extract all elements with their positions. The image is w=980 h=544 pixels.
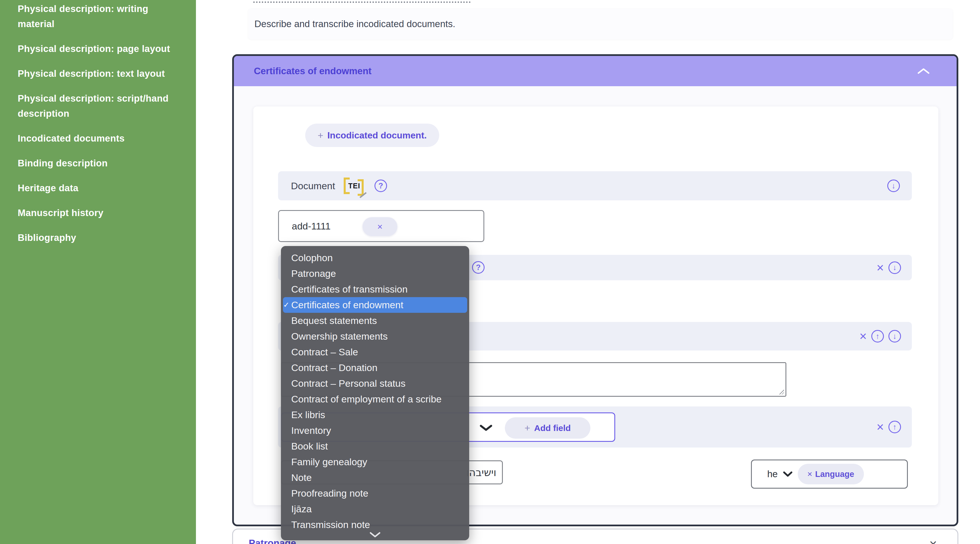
tei-icon[interactable]: TEI <box>344 177 366 195</box>
remove-field-icon[interactable]: × <box>877 262 884 274</box>
sidebar-item[interactable]: Physical description: page layout <box>18 41 184 56</box>
plus-icon: + <box>525 423 530 434</box>
plus-icon: + <box>318 130 323 141</box>
scroll-down-icon[interactable] <box>369 532 381 538</box>
dropdown-option-label: Transmission note <box>291 519 370 530</box>
dropdown-option-label: Contract – Personal status <box>291 378 406 389</box>
dropdown-option[interactable]: Colophon <box>281 250 469 266</box>
language-code: he <box>767 469 778 480</box>
section-title: Certificates of endowment <box>254 65 372 77</box>
add-incodicated-document-button[interactable]: + Incodicated document. <box>305 124 439 147</box>
dropdown-option-label: Patronage <box>291 268 336 279</box>
remove-field-icon[interactable]: × <box>859 330 867 343</box>
sidebar-item[interactable]: Binding description <box>18 156 184 171</box>
help-icon[interactable]: ? <box>374 180 387 192</box>
dropdown-option[interactable]: Bequest statements <box>281 313 469 329</box>
section-header[interactable]: Certificates of endowment <box>234 56 957 86</box>
chevron-up-icon[interactable] <box>917 67 931 75</box>
sidebar-item[interactable]: Bibliography <box>18 230 184 245</box>
sidebar-item[interactable]: Physical description: text layout <box>18 66 184 81</box>
move-down-icon[interactable]: ↓ <box>887 180 900 192</box>
move-up-icon[interactable]: ↑ <box>888 421 901 433</box>
dropdown-option[interactable]: Contract – Sale <box>281 344 469 360</box>
document-label: Document <box>291 180 335 191</box>
dropdown-option[interactable]: Inventory <box>281 423 469 439</box>
document-type-dropdown: Colophon Patronage Certificates of trans… <box>281 246 469 540</box>
move-down-icon[interactable]: ↓ <box>888 330 901 343</box>
dropdown-option-label: Family genealogy <box>291 456 367 467</box>
dropdown-option-label: Note <box>291 472 312 483</box>
dropdown-option-label: Ex libris <box>291 409 325 420</box>
dropdown-option-label: Bequest statements <box>291 315 377 326</box>
dropdown-option-label: Ownership statements <box>291 331 388 342</box>
document-field-header: Document TEI ? ↓ <box>278 171 912 200</box>
dropdown-option-label: Contract – Sale <box>291 346 358 357</box>
sidebar-item[interactable]: Manuscript history <box>18 205 184 220</box>
dropdown-option[interactable]: Ownership statements <box>281 329 469 344</box>
dropdown-option-label: Contract of employment of a scribe <box>291 394 442 405</box>
dropdown-option[interactable]: Contract of employment of a scribe <box>281 391 469 407</box>
sidebar-item[interactable]: Heritage data <box>18 180 184 196</box>
add-field-button[interactable]: + Add field <box>505 417 590 439</box>
sidebar-item[interactable]: Physical description: writing material <box>18 1 184 31</box>
dropdown-option-label: Colophon <box>291 252 333 263</box>
dropdown-option[interactable]: Transmission note <box>281 517 469 533</box>
language-select[interactable]: he × Language <box>751 459 908 489</box>
dropdown-option-label: Inventory <box>291 425 331 436</box>
dropdown-option-label: Certificates of endowment <box>291 299 403 311</box>
dropdown-option[interactable]: ✓ Certificates of endowment <box>283 297 467 313</box>
language-chip-label: Language <box>815 469 854 479</box>
close-section-icon[interactable]: × <box>929 536 937 544</box>
dropdown-option[interactable]: Contract – Donation <box>281 360 469 376</box>
sidebar-item[interactable]: Incodicated documents <box>18 131 184 146</box>
sidebar: Physical description: writing materialPh… <box>0 0 196 544</box>
move-down-icon[interactable]: ↓ <box>888 262 901 274</box>
dropdown-option[interactable]: Contract – Personal status <box>281 376 469 391</box>
dropdown-option[interactable]: Note <box>281 470 469 485</box>
close-icon: × <box>807 469 812 479</box>
dropdown-option-label: Proofreading note <box>291 488 368 499</box>
dropdown-option[interactable]: Certificates of transmission <box>281 281 469 297</box>
help-icon[interactable]: ? <box>472 261 485 274</box>
dropdown-option-label: Book list <box>291 441 328 452</box>
dropdown-option[interactable]: Ex libris <box>281 407 469 423</box>
clear-input-button[interactable]: × <box>363 217 397 236</box>
dropdown-option-label: Certificates of transmission <box>291 284 407 295</box>
dropdown-option-label: Ijāza <box>291 504 312 515</box>
intro-text: Describe and transcribe incodicated docu… <box>255 19 455 29</box>
add-incodicated-document-label: Incodicated document. <box>328 130 427 141</box>
tei-bracket-right <box>358 179 364 196</box>
dropdown-option[interactable]: Patronage <box>281 266 469 281</box>
intro-card: Describe and transcribe incodicated docu… <box>248 8 953 39</box>
dropdown-option[interactable]: Proofreading note <box>281 485 469 501</box>
dropdown-option[interactable]: Family genealogy <box>281 454 469 470</box>
chevron-down-icon[interactable] <box>783 471 792 477</box>
checkmark-icon: ✓ <box>283 300 291 309</box>
dropdown-option[interactable]: Book list <box>281 439 469 454</box>
dropdown-option-label: Contract – Donation <box>291 362 377 373</box>
document-id-value: add-1111 <box>292 221 331 232</box>
remove-field-icon[interactable]: × <box>877 421 884 433</box>
language-chip[interactable]: × Language <box>798 464 864 484</box>
resize-handle[interactable] <box>778 389 784 394</box>
add-field-label: Add field <box>534 423 571 433</box>
move-up-icon[interactable]: ↑ <box>871 330 884 343</box>
chevron-down-icon[interactable] <box>479 424 493 432</box>
dropdown-option[interactable]: Ijāza <box>281 501 469 517</box>
clipped-heading-underline <box>253 0 471 3</box>
sidebar-item[interactable]: Physical description: script/hand descri… <box>18 91 184 121</box>
document-id-input[interactable]: add-1111 × <box>278 210 484 242</box>
